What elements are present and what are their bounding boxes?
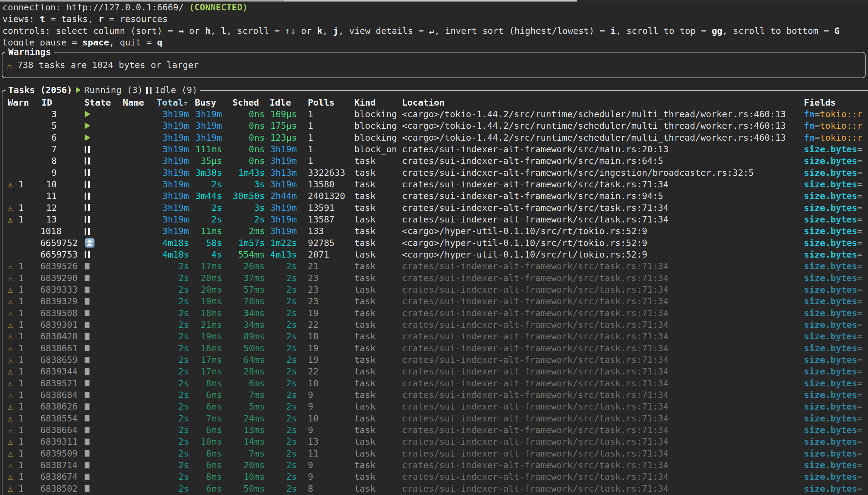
location-value: <cargo>/hyper-util-0.1.10/src/rt/tokio.r…	[402, 249, 647, 260]
task-row[interactable]: ⚠ 168392902s20ms37ms2s23taskcrates/sui-i…	[2, 272, 868, 284]
paused-icon	[85, 216, 90, 223]
task-row[interactable]: ⚠ 168395262s17ms26ms2s21taskcrates/sui-i…	[2, 260, 868, 272]
cell-warn: ⚠ 1	[7, 401, 36, 412]
cell-state	[85, 214, 90, 225]
cell-polls: 9	[308, 389, 352, 401]
warning-count: 1	[13, 285, 23, 295]
task-row[interactable]: ⚠ 168386642s6ms13ms2s9taskcrates/sui-ind…	[2, 424, 868, 436]
column-header-kind[interactable]: Kind	[354, 97, 375, 108]
field-equals: =	[857, 296, 863, 306]
cell-fields: size.bytes=	[804, 342, 868, 354]
column-header-id[interactable]: ID	[41, 97, 52, 108]
duration-value: 78ms	[244, 296, 265, 306]
task-row[interactable]: 73h19m111ms0ns3h19m1block_oncrates/sui-i…	[2, 143, 868, 155]
task-row[interactable]: 113h19m3m44s30m50s2h44m2401320taskcrates…	[2, 190, 868, 202]
polls-value: 13587	[308, 214, 334, 225]
task-row[interactable]: ⚠ 168395212s8ms6ms2s10taskcrates/sui-ind…	[2, 377, 868, 389]
task-row[interactable]: ⚠ 168386842s6ms7ms2s9taskcrates/sui-inde…	[2, 389, 868, 401]
duration-value: 14ms	[244, 437, 265, 447]
warning-count: 1	[13, 296, 23, 306]
task-row[interactable]: ⚠ 168386742s8ms10ms2s9taskcrates/sui-ind…	[2, 471, 868, 482]
column-header-name[interactable]: Name	[123, 97, 144, 108]
cell-state	[85, 120, 90, 132]
cell-id: 6838714	[40, 459, 78, 471]
warning-count: 1	[13, 203, 23, 213]
task-row[interactable]: ⚠ 168393012s21ms34ms2s22taskcrates/sui-i…	[2, 319, 868, 330]
task-row[interactable]: ⚠ 168395082s18ms34ms2s19taskcrates/sui-i…	[2, 307, 868, 319]
cell-idle: 2s	[270, 448, 297, 459]
task-row[interactable]: 83h19m35µs0ns3h19m1taskcrates/sui-indexe…	[2, 155, 868, 167]
task-row[interactable]: 63h19m3h19m0ns123µs1blocking<cargo>/toki…	[2, 132, 868, 143]
task-row[interactable]: ⚠ 168393292s19ms78ms2s23taskcrates/sui-i…	[2, 295, 868, 307]
task-row[interactable]: ⚠ 168387142s6ms20ms2s9taskcrates/sui-ind…	[2, 459, 868, 471]
task-row[interactable]: ⚠ 168385542s7ms24ms2s10taskcrates/sui-in…	[2, 413, 868, 424]
task-row[interactable]: 93h19m3m30s1m43s3h13m3322633taskcrates/s…	[2, 167, 868, 178]
column-header-idle[interactable]: Idle	[270, 97, 291, 108]
task-row[interactable]: ⚠ 168395092s8ms7ms2s11taskcrates/sui-ind…	[2, 448, 868, 459]
task-row[interactable]: 66597534m18s4s554ms4m13s2071task<cargo>/…	[2, 249, 868, 260]
task-row[interactable]: 66597524m18s58s1m57s1m22s92785task<cargo…	[2, 237, 868, 249]
cell-total: 3h19m	[157, 225, 189, 237]
cell-fields: size.bytes=	[804, 237, 868, 249]
task-row[interactable]: 53h19m3h19m0ns175µs1blocking<cargo>/toki…	[2, 120, 868, 132]
task-row[interactable]: ⚠ 168393332s20ms57ms2s23taskcrates/sui-i…	[2, 284, 868, 295]
cell-fields: size.bytes=	[804, 260, 868, 272]
cell-busy: 2s	[195, 214, 222, 225]
cell-location: <cargo>/tokio-1.44.2/src/runtime/schedul…	[402, 132, 802, 143]
cell-warn: ⚠ 1	[7, 471, 36, 482]
cell-fields: size.bytes=	[804, 284, 868, 295]
task-id: 6838428	[40, 330, 78, 342]
cell-warn: ⚠ 1	[7, 284, 36, 295]
task-row[interactable]: ⚠ 168386592s17ms64ms2s19taskcrates/sui-i…	[2, 354, 868, 365]
cell-polls: 23	[308, 295, 352, 307]
column-header-location[interactable]: Location	[402, 97, 445, 108]
task-row[interactable]: ⚠ 1103h19m2s3s3h19m13580taskcrates/sui-i…	[2, 178, 868, 190]
task-row[interactable]: ⚠ 168386262s6ms5ms2s9taskcrates/sui-inde…	[2, 401, 868, 412]
kind-value: task	[354, 437, 375, 447]
cell-location: <cargo>/tokio-1.44.2/src/runtime/schedul…	[402, 120, 802, 132]
task-row[interactable]: 33h19m3h19m0ns169µs1blocking<cargo>/toki…	[2, 108, 868, 120]
task-row[interactable]: ⚠ 1133h19m2s2s3h19m13587taskcrates/sui-i…	[2, 214, 868, 225]
column-header-polls[interactable]: Polls	[308, 97, 334, 108]
duration-value: 17ms	[201, 366, 222, 377]
column-header-sched[interactable]: Sched	[232, 97, 259, 108]
cell-state	[85, 389, 89, 401]
task-id: 5	[40, 120, 57, 132]
column-header-state[interactable]: State	[84, 97, 111, 108]
cell-fields: size.bytes=	[804, 365, 868, 377]
task-row[interactable]: ⚠ 168393112s10ms14ms2s13taskcrates/sui-i…	[2, 436, 868, 447]
running-icon	[76, 87, 81, 93]
cell-sched: 37ms	[232, 272, 265, 284]
task-row[interactable]: ⚠ 168385022s6ms50ms2s8taskcrates/sui-ind…	[2, 483, 868, 494]
tasks-panel-title: Tasks (2056) Running (3) Idle (9)	[5, 84, 200, 96]
cell-busy: 19ms	[195, 330, 222, 342]
column-header-total[interactable]: Total▿	[157, 97, 188, 109]
task-row[interactable]: 10183h19m11ms2ms3h19m133task<cargo>/hype…	[2, 225, 868, 237]
duration-value: 3h19m	[163, 214, 189, 225]
task-row[interactable]: ⚠ 1123h19m2s3s3h19m13591taskcrates/sui-i…	[2, 202, 868, 214]
task-row[interactable]: ⚠ 168386612s16ms50ms2s19taskcrates/sui-i…	[2, 342, 868, 354]
column-header-busy[interactable]: Busy	[195, 97, 216, 108]
cell-kind: task	[354, 354, 400, 365]
cell-busy: 17ms	[195, 365, 222, 377]
completed-icon	[85, 287, 89, 293]
task-row[interactable]: ⚠ 168384282s19ms89ms2s18taskcrates/sui-i…	[2, 330, 868, 342]
column-header-fields[interactable]: Fields	[804, 97, 836, 108]
cell-total: 2s	[157, 295, 189, 307]
task-row[interactable]: ⚠ 168393442s17ms28ms2s22taskcrates/sui-i…	[2, 365, 868, 377]
kind-value: task	[354, 226, 375, 236]
warning-count: 1	[13, 343, 23, 353]
cell-location: crates/sui-indexer-alt-framework/src/tas…	[402, 483, 802, 494]
duration-value: 6ms	[206, 425, 222, 435]
cell-id: 6839333	[40, 284, 78, 295]
cell-location: crates/sui-indexer-alt-framework/src/tas…	[402, 178, 802, 190]
text: j	[333, 25, 338, 36]
duration-value: 3s	[254, 179, 265, 189]
polls-value: 19	[308, 355, 319, 365]
cell-idle: 2s	[270, 377, 297, 389]
column-header-warn[interactable]: Warn	[7, 97, 29, 108]
duration-value: 0ns	[249, 133, 265, 143]
duration-value: 13ms	[244, 425, 265, 435]
duration-value: 2s	[211, 203, 222, 213]
duration-value: 2s	[178, 413, 189, 424]
